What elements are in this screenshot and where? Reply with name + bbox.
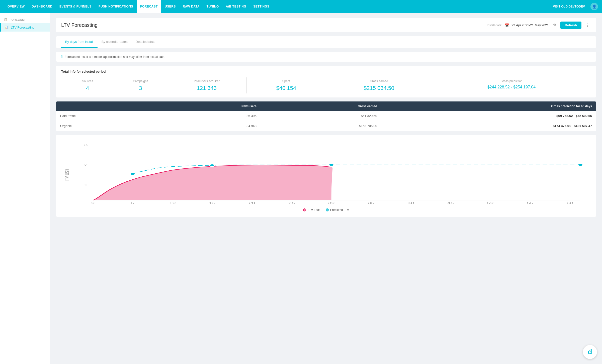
svg-text:35: 35 [368, 201, 374, 204]
stat-total-users-value: 121 343 [170, 85, 243, 91]
install-date-value: 22.Apr.2021-21.May.2021 [511, 23, 549, 27]
stat-spent-value: $40 154 [250, 85, 323, 91]
nav-users[interactable]: USERS [161, 0, 179, 13]
nav-tuning[interactable]: TUNING [203, 0, 222, 13]
tab-detailed-stats[interactable]: Detailed stats [132, 36, 159, 48]
svg-point-22 [130, 173, 135, 175]
brand-logo: d [583, 345, 597, 359]
nav-raw-data[interactable]: RAW DATA [179, 0, 203, 13]
row-organic-label: Organic [56, 121, 159, 131]
sidebar-item-ltv-forecasting[interactable]: 📊 LTV Forecasting [0, 23, 50, 32]
col-header-source [56, 101, 159, 111]
user-avatar[interactable]: 👤 [590, 3, 598, 10]
svg-text:60: 60 [567, 201, 573, 204]
svg-text:0: 0 [91, 201, 95, 204]
sidebar-section-title: 📋 FORECAST [0, 16, 50, 23]
row-paid-traffic-users: 36 395 [159, 111, 261, 121]
header-controls: Install date: 📅 22.Apr.2021-21.May.2021 … [487, 22, 591, 29]
tab-by-days[interactable]: By days from install [61, 36, 98, 48]
svg-text:40: 40 [408, 201, 414, 204]
stat-total-users-label: Total users acquired [170, 79, 243, 83]
row-organic-prediction: $174 476.01 - $181 597.47 [381, 121, 596, 131]
page-title: LTV Forecasting [61, 22, 487, 28]
filter-icon[interactable]: ⚗ [551, 22, 558, 29]
stats-grid: Sources 4 Campaigns 3 Total users acquir… [61, 77, 591, 93]
svg-text:5: 5 [131, 201, 134, 204]
svg-text:2: 2 [84, 163, 88, 167]
nav-push-notifications[interactable]: PUSH NOTIFICATIONS [95, 0, 137, 13]
stat-gross-prediction: Gross prediction $244 228.52 - $254 197.… [432, 77, 591, 93]
col-header-new-users: New users [159, 101, 261, 111]
page-header: LTV Forecasting Install date: 📅 22.Apr.2… [56, 18, 596, 32]
ltv-chart: 3 2 1 LTV, USD 0 5 10 15 20 25 30 35 40 … [61, 140, 591, 205]
col-header-gross-earned: Gross earned [261, 101, 381, 111]
stat-sources-label: Sources [64, 79, 111, 83]
stat-sources-value: 4 [64, 85, 111, 91]
svg-text:LTV, USD: LTV, USD [64, 169, 70, 181]
svg-text:Days from install: Days from install [308, 205, 355, 205]
table-row: Organic 84 948 $153 705.00 $174 476.01 -… [56, 121, 596, 131]
stat-campaigns-value: 3 [117, 85, 164, 91]
table-header-row: New users Gross earned Gross prediction … [56, 101, 596, 111]
install-date-label: Install date: [487, 24, 502, 27]
stat-gross-prediction-value: $244 228.52 - $254 197.04 [435, 85, 588, 89]
info-message: Forecasted result is a model approximati… [65, 55, 164, 59]
col-header-gross-prediction: Gross prediction for 60 days [381, 101, 596, 111]
nav-ab-testing[interactable]: A/B TESTING [222, 0, 250, 13]
top-navigation: OVERVIEW DASHBOARD EVENTS & FUNNELS PUSH… [0, 0, 602, 13]
chart-card: 3 2 1 LTV, USD 0 5 10 15 20 25 30 35 40 … [56, 135, 596, 217]
stat-gross-earned: Gross earned $215 034.50 [326, 77, 432, 93]
visit-old-devtodev-link[interactable]: VISIT OLD DEVTODEV [549, 5, 588, 8]
calendar-icon: 📅 [505, 23, 509, 27]
data-table-wrapper: New users Gross earned Gross prediction … [56, 101, 596, 131]
row-paid-traffic-gross: $61 329.50 [261, 111, 381, 121]
tabs-bar: By days from install By calendar dates D… [56, 36, 596, 48]
info-bar: ℹ Forecasted result is a model approxima… [56, 52, 596, 62]
svg-text:45: 45 [447, 201, 454, 204]
svg-text:10: 10 [169, 201, 176, 204]
table-row: Paid traffic 36 395 $61 329.50 $69 752.5… [56, 111, 596, 121]
main-content: LTV Forecasting Install date: 📅 22.Apr.2… [50, 13, 602, 364]
nav-dashboard[interactable]: DASHBOARD [28, 0, 56, 13]
data-table: New users Gross earned Gross prediction … [56, 101, 596, 131]
legend-predicted-dot [326, 208, 329, 211]
stats-card-title: Total info for selected period [61, 70, 591, 73]
stat-gross-prediction-label: Gross prediction [435, 79, 588, 83]
svg-text:20: 20 [249, 201, 255, 204]
svg-text:55: 55 [527, 201, 533, 204]
legend-predicted-ltv: Predicted LTV [326, 208, 349, 212]
nav-forecast[interactable]: FORECAST [137, 0, 161, 13]
row-organic-gross: $153 705.00 [261, 121, 381, 131]
legend-fact-label: LTV Fact [308, 208, 320, 212]
svg-point-23 [210, 164, 215, 167]
svg-text:1: 1 [84, 183, 88, 187]
stat-total-users: Total users acquired 121 343 [167, 77, 247, 93]
stat-spent-label: Spent [250, 79, 323, 83]
nav-events-funnels[interactable]: EVENTS & FUNNELS [56, 0, 95, 13]
chart-area: 3 2 1 LTV, USD 0 5 10 15 20 25 30 35 40 … [61, 140, 591, 205]
stat-campaigns-label: Campaigns [117, 79, 164, 83]
svg-text:50: 50 [487, 201, 494, 204]
refresh-button[interactable]: Refresh [560, 22, 581, 29]
stats-card: Total info for selected period Sources 4… [56, 66, 596, 97]
stat-spent: Spent $40 154 [247, 77, 326, 93]
svg-text:30: 30 [328, 201, 335, 204]
ltv-forecasting-icon: 📊 [5, 26, 9, 29]
svg-text:3: 3 [84, 143, 88, 147]
stat-campaigns: Campaigns 3 [114, 77, 167, 93]
info-icon: ℹ [61, 54, 63, 59]
legend-ltv-fact: LTV Fact [303, 208, 320, 212]
row-organic-users: 84 948 [159, 121, 261, 131]
sidebar: 📋 FORECAST 📊 LTV Forecasting [0, 13, 50, 364]
row-paid-traffic-prediction: $69 752.52 - $72 599.56 [381, 111, 596, 121]
nav-overview[interactable]: OVERVIEW [4, 0, 28, 13]
chart-legend: LTV Fact Predicted LTV [61, 208, 591, 212]
svg-point-24 [329, 164, 334, 166]
tab-by-calendar[interactable]: By calendar dates [98, 36, 132, 48]
svg-text:25: 25 [288, 201, 295, 204]
nav-settings[interactable]: SETTINGS [250, 0, 273, 13]
stat-gross-earned-label: Gross earned [329, 79, 429, 83]
forecast-section-icon: 📋 [4, 18, 8, 21]
more-options-icon[interactable]: ⋮ [584, 22, 591, 29]
legend-predicted-label: Predicted LTV [330, 208, 349, 212]
